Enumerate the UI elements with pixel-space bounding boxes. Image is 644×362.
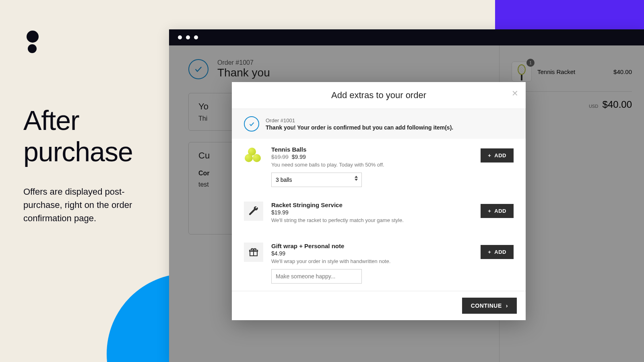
extra-price: $19.99 xyxy=(271,209,289,216)
add-button[interactable]: + ADD xyxy=(481,204,514,218)
close-icon[interactable]: ✕ xyxy=(512,88,518,98)
continue-button[interactable]: CONTINUE › xyxy=(462,298,517,314)
marketing-copy: After purchase Offers are displayed post… xyxy=(23,105,152,225)
variant-select[interactable]: 3 balls xyxy=(271,173,362,187)
extra-price: $4.99 xyxy=(271,250,285,257)
extra-item: Tennis Balls $19.99$9.99 You need some b… xyxy=(232,139,526,194)
modal-title: Add extras to your order xyxy=(232,90,526,101)
gift-icon xyxy=(244,243,263,262)
add-button[interactable]: + ADD xyxy=(481,245,514,259)
variant-select-wrap: 3 balls xyxy=(271,173,362,187)
extra-desc: You need some balls to play. Today with … xyxy=(271,162,473,168)
modal-order-number: Order #1001 xyxy=(266,117,453,123)
personal-note-input[interactable] xyxy=(271,269,362,284)
heading-line1: After xyxy=(23,105,79,136)
extra-title: Tennis Balls xyxy=(271,146,473,153)
add-button[interactable]: + ADD xyxy=(481,148,514,162)
heading-line2: purchase xyxy=(23,136,133,167)
heading-subtitle: Offers are displayed post-purchase, righ… xyxy=(23,185,152,225)
extra-desc: We'll string the racket to perfectly mat… xyxy=(271,217,473,223)
upsell-modal: Add extras to your order ✕ Order #1001 T… xyxy=(232,82,526,320)
logo-icon xyxy=(27,31,39,53)
tennis-balls-icon xyxy=(244,146,263,165)
plus-icon: + xyxy=(488,208,491,214)
modal-confirm-msg: Thank you! Your order is confirmed but y… xyxy=(266,124,453,131)
chevron-right-icon: › xyxy=(506,302,508,309)
plus-icon: + xyxy=(488,249,491,255)
extra-desc: We'll wrap your order in style with hand… xyxy=(271,258,473,264)
extra-item: Racket Stringing Service $19.99 We'll st… xyxy=(232,194,526,235)
wrench-icon xyxy=(244,202,263,221)
extra-title: Gift wrap + Personal note xyxy=(271,243,473,249)
extra-title: Racket Stringing Service xyxy=(271,202,473,208)
extra-strike-price: $19.99 xyxy=(271,154,289,160)
extra-price: $9.99 xyxy=(292,154,306,160)
check-icon xyxy=(244,116,259,132)
extra-item: Gift wrap + Personal note $4.99 We'll wr… xyxy=(232,235,526,291)
plus-icon: + xyxy=(488,152,491,158)
window-titlebar xyxy=(169,29,644,45)
